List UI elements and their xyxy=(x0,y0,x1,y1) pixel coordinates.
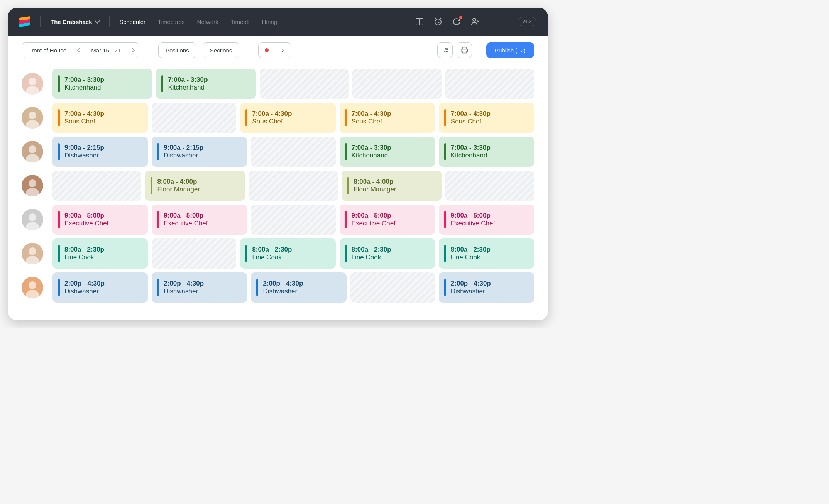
shift-text: 7:00a - 3:30p Kitchenhand xyxy=(352,144,391,159)
version-badge: v4.2 xyxy=(518,17,536,26)
shift-card[interactable]: 9:00a - 5:00p Executive Chef xyxy=(340,205,435,235)
shift-time: 8:00a - 2:30p xyxy=(252,246,292,254)
shift-text: 7:00a - 4:30p Sous Chef xyxy=(252,110,292,125)
shift-text: 2:00p - 4:30p Dishwasher xyxy=(451,280,491,295)
shift-card[interactable]: 9:00a - 5:00p Executive Chef xyxy=(439,205,534,235)
empty-slot[interactable] xyxy=(251,137,335,167)
empty-slot[interactable] xyxy=(352,69,441,99)
shift-time: 9:00a - 2:15p xyxy=(64,144,104,152)
empty-slot[interactable] xyxy=(350,272,435,303)
divider xyxy=(479,45,479,56)
user-icon[interactable] xyxy=(470,17,480,27)
sections-button[interactable]: Sections xyxy=(203,42,240,58)
shift-role: Floor Manager xyxy=(354,186,396,193)
shift-card[interactable]: 8:00a - 2:30p Line Cook xyxy=(52,238,148,269)
employee-avatar[interactable] xyxy=(22,175,43,196)
shift-role: Sous Chef xyxy=(451,118,491,125)
shift-time: 8:00a - 2:30p xyxy=(352,246,391,254)
nav-timeoff[interactable]: Timeoff xyxy=(231,19,250,25)
next-week-button[interactable] xyxy=(127,43,139,58)
shift-card[interactable]: 2:00p - 4:30p Dishwasher xyxy=(52,272,148,303)
nav-timecards[interactable]: Timecards xyxy=(158,19,184,25)
shift-text: 7:00a - 3:30p Kitchenhand xyxy=(451,144,491,159)
shift-color-bar xyxy=(245,245,247,262)
shift-card[interactable]: 9:00a - 5:00p Executive Chef xyxy=(152,205,247,235)
empty-slot[interactable] xyxy=(445,69,534,99)
shift-card[interactable]: 7:00a - 4:30p Sous Chef xyxy=(52,103,148,133)
empty-slot[interactable] xyxy=(249,171,338,201)
shift-color-bar xyxy=(157,143,159,160)
location-selector[interactable]: The Crabshack xyxy=(51,19,99,25)
shift-card[interactable]: 7:00a - 3:30p Kitchenhand xyxy=(439,137,534,167)
empty-slot[interactable] xyxy=(52,171,141,201)
svg-point-9 xyxy=(29,145,36,153)
shift-card[interactable]: 7:00a - 3:30p Kitchenhand xyxy=(156,69,255,99)
employee-avatar[interactable] xyxy=(22,141,43,162)
employee-avatar[interactable] xyxy=(22,243,43,264)
empty-slot[interactable] xyxy=(251,205,335,235)
employee-avatar[interactable] xyxy=(22,277,43,298)
shift-text: 2:00p - 4:30p Dishwasher xyxy=(164,280,204,295)
shift-card[interactable]: 2:00p - 4:30p Dishwasher xyxy=(439,272,534,303)
nav-scheduler[interactable]: Scheduler xyxy=(120,19,146,25)
app-window: The Crabshack Scheduler Timecards Networ… xyxy=(8,8,548,320)
empty-slot[interactable] xyxy=(152,238,236,269)
logo-icon xyxy=(19,16,30,27)
shift-role: Kitchenhand xyxy=(352,152,391,159)
shift-color-bar xyxy=(347,177,349,194)
empty-slot[interactable] xyxy=(445,171,534,201)
view-date-selector: Front of House Mar 15 - 21 xyxy=(22,42,139,58)
shift-text: 2:00p - 4:30p Dishwasher xyxy=(64,280,105,295)
publish-button[interactable]: Publish (12) xyxy=(486,42,534,58)
shift-card[interactable]: 8:00a - 4:00p Floor Manager xyxy=(342,171,441,201)
issues-indicator[interactable]: 2 xyxy=(258,42,291,58)
shift-time: 7:00a - 3:30p xyxy=(352,144,391,152)
settings-button[interactable] xyxy=(437,42,453,58)
employee-avatar[interactable] xyxy=(22,209,43,230)
shift-card[interactable]: 8:00a - 2:30p Line Cook xyxy=(439,238,534,269)
row-cells: 9:00a - 2:15p Dishwasher 9:00a - 2:15p D… xyxy=(52,137,534,167)
date-range[interactable]: Mar 15 - 21 xyxy=(85,43,127,58)
shift-card[interactable]: 7:00a - 3:30p Kitchenhand xyxy=(340,137,435,167)
schedule-row: 9:00a - 2:15p Dishwasher 9:00a - 2:15p D… xyxy=(22,137,534,167)
shift-card[interactable]: 7:00a - 4:30p Sous Chef xyxy=(240,103,335,133)
shift-role: Dishwasher xyxy=(451,288,491,295)
shift-card[interactable]: 7:00a - 3:30p Kitchenhand xyxy=(52,69,152,99)
shift-card[interactable]: 2:00p - 4:30p Dishwasher xyxy=(152,272,247,303)
divider xyxy=(249,45,249,56)
employee-avatar[interactable] xyxy=(22,73,43,95)
nav-hiring[interactable]: Hiring xyxy=(262,19,277,25)
shift-time: 7:00a - 3:30p xyxy=(168,76,208,84)
shift-role: Line Cook xyxy=(252,254,292,261)
shift-card[interactable]: 9:00a - 2:15p Dishwasher xyxy=(52,137,148,167)
shift-text: 9:00a - 5:00p Executive Chef xyxy=(64,212,108,227)
prev-week-button[interactable] xyxy=(73,43,85,58)
print-button[interactable] xyxy=(457,42,472,58)
shift-time: 7:00a - 4:30p xyxy=(64,110,104,118)
shift-card[interactable]: 8:00a - 2:30p Line Cook xyxy=(340,238,435,269)
location-name: The Crabshack xyxy=(51,19,92,25)
shift-time: 2:00p - 4:30p xyxy=(451,280,491,288)
positions-button[interactable]: Positions xyxy=(158,42,196,58)
shift-color-bar xyxy=(58,279,60,296)
shift-text: 8:00a - 4:00p Floor Manager xyxy=(354,178,396,193)
refresh-icon[interactable] xyxy=(452,17,462,27)
shift-role: Line Cook xyxy=(64,254,104,261)
empty-slot[interactable] xyxy=(260,69,349,99)
shift-role: Sous Chef xyxy=(64,118,104,125)
view-selector[interactable]: Front of House xyxy=(22,43,73,58)
book-icon[interactable] xyxy=(414,17,425,27)
shift-card[interactable]: 8:00a - 2:30p Line Cook xyxy=(240,238,335,269)
shift-card[interactable]: 7:00a - 4:30p Sous Chef xyxy=(340,103,435,133)
nav-network[interactable]: Network xyxy=(197,19,218,25)
shift-card[interactable]: 9:00a - 2:15p Dishwasher xyxy=(152,137,247,167)
shift-card[interactable]: 9:00a - 5:00p Executive Chef xyxy=(52,205,148,235)
alarm-icon[interactable] xyxy=(433,17,443,27)
shift-card[interactable]: 2:00p - 4:30p Dishwasher xyxy=(251,272,346,303)
shift-card[interactable]: 8:00a - 4:00p Floor Manager xyxy=(145,171,245,201)
shift-card[interactable]: 7:00a - 4:30p Sous Chef xyxy=(439,103,534,133)
shift-time: 9:00a - 5:00p xyxy=(164,212,208,220)
shift-time: 8:00a - 2:30p xyxy=(64,246,104,254)
empty-slot[interactable] xyxy=(152,103,236,133)
employee-avatar[interactable] xyxy=(22,107,43,129)
